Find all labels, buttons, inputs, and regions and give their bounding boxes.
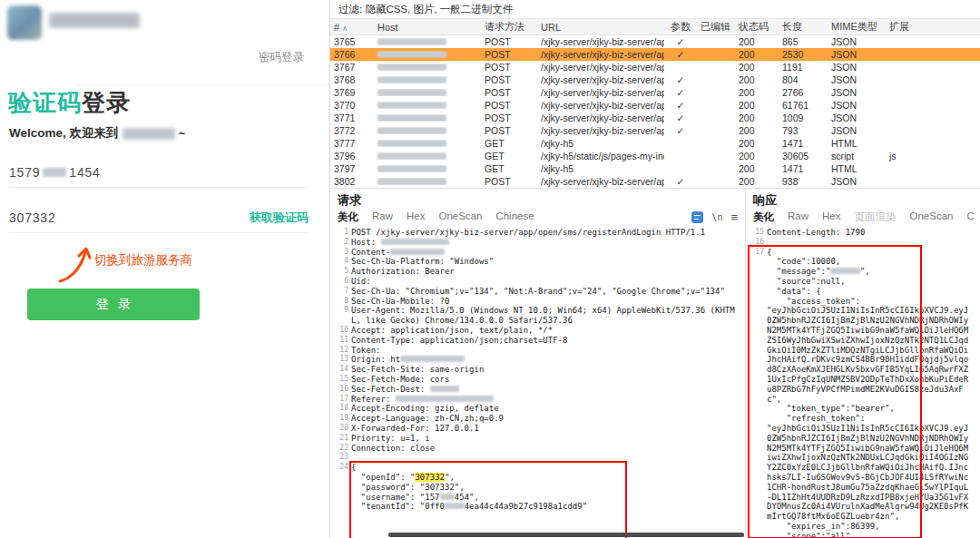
table-row[interactable]: 3768POST/xjky-server/xjky-biz-server/api… [330,73,980,86]
line-content: "refresh_token": [767,414,980,424]
cell: 793 [779,125,828,136]
line-number [330,493,351,503]
response-code-view[interactable]: 15Content-Length: 17901617{ "code":10000… [746,225,980,538]
table-row[interactable]: 3771POST/xjky-server/xjky-biz-server/api… [330,112,980,124]
line-content: DYOMnusZc0Ai4VUrulnXadMeAlqrw94Ug2KE0sPf… [767,502,980,512]
phone-input[interactable]: 1579 1454 [9,158,309,188]
code-line: 21Priority: u=1, i [330,434,745,444]
highlighted-text: 307332 [415,473,445,482]
request-title: 请求 [330,189,745,209]
switch-provider-link[interactable]: 切换到旅游服务商 [94,252,192,269]
line-content: Uid: [351,277,745,287]
column-header[interactable]: 长度 [779,20,828,34]
cell: JSON [828,125,886,136]
cell: POST [481,100,537,111]
cell: 3772 [330,125,374,136]
tab-C[interactable]: C [966,210,974,224]
cell: /xjky-server/xjky-biz-server/api/ope... [537,87,664,98]
table-row[interactable]: 3769POST/xjky-server/xjky-biz-server/api… [330,86,980,99]
annotation-arrow-icon [53,240,94,285]
code-line: 1CHR-hondRustJ8umGu75aZzdqKhaeGi5wYlPIqu… [746,483,980,493]
cell: JSON [828,49,886,60]
line-content: Authorization: Bearer [351,267,745,277]
cell: ✓ [664,49,697,60]
tab-Hex[interactable]: Hex [822,210,840,224]
line-number [746,326,767,336]
code-line: "tenantId": "0ff04ea44c44a9b27c9198a1cdd… [330,502,745,512]
line-number: 20 [330,424,351,434]
tab-Hex[interactable]: Hex [407,210,425,224]
cell: 200 [735,163,779,174]
column-header[interactable]: Host [374,22,481,33]
line-number: 23 [330,453,351,463]
cell: 200 [735,125,779,136]
cell-host [374,127,481,134]
line-number [746,434,767,444]
table-row[interactable]: 3777GET/xjky-h52001471HTML [330,137,980,150]
tab-OneScan[interactable]: OneScan [909,210,953,224]
cell: /xjky-h5 [537,163,664,174]
code-line: 23 [330,453,745,463]
table-row[interactable]: 3772POST/xjky-server/xjky-biz-server/api… [330,124,980,137]
column-header[interactable]: MIME类型 [828,20,886,34]
cell: /xjky-server/xjky-biz-server/api/ope... [537,100,664,111]
column-header[interactable]: URL [537,22,664,33]
format-icon[interactable] [691,211,703,223]
column-header[interactable]: 已编辑 [697,20,735,34]
table-row[interactable]: 3767POST/xjky-server/xjky-biz-server/app… [330,61,980,73]
tab-Raw[interactable]: Raw [372,210,393,224]
get-code-link[interactable]: 获取验证码 [250,210,309,226]
code-line: "code":10000, [746,257,980,267]
tab-Chinese[interactable]: Chinese [495,210,534,224]
line-content: "tenantId": "0ff04ea44c44a9b27c9198a1cdd… [351,502,745,512]
host-redacted [377,127,446,134]
horizontal-scrollbar[interactable] [388,533,744,537]
cell: ✓ [664,112,697,123]
column-header[interactable]: 参数 [664,20,697,34]
cell-host [374,102,481,109]
cell: ✓ [664,176,697,187]
cell: script [828,151,886,161]
table-row[interactable]: 3797GET/xjky-h52001471HTML [330,162,980,175]
line-number [746,414,767,424]
line-number: 1 [330,228,351,238]
cell: 200 [735,87,779,98]
login-button[interactable]: 登录 [27,289,200,320]
table-row[interactable]: 3802POST/xjky-server/xjky-biz-server/api… [330,175,980,188]
column-header[interactable]: #∧ [330,22,374,33]
code-line: 6Uid: [330,277,745,287]
table-row[interactable]: 3766POST/xjky-server/xjky-biz-server/app… [330,48,980,61]
request-code-view[interactable]: 1POST /xjky-server/xjky-biz-server/app/o… [330,225,745,512]
code-input[interactable]: 307332 [9,210,56,225]
table-row[interactable]: 3770POST/xjky-server/xjky-biz-server/api… [330,99,980,112]
code-line: ZSI6WyJhbGwiXSwiZXhwIjoxNzQzNTk2NTQ1LCJq… [746,336,980,346]
code-line: 16Sec-Fetch-Dest: [330,385,745,395]
column-header[interactable]: 扩展 [886,20,980,34]
tab-美化[interactable]: 美化 [338,210,358,224]
line-number: 18 [330,404,351,414]
code-line: 20X-Forwarded-For: 127.0.0.1 [330,424,745,434]
code-line: GkiOiI0MzZkZTliMDQzNTgiLCJjbGllbnRfaWQiO… [746,346,980,356]
column-header[interactable]: 状态码 [735,20,779,34]
table-row[interactable]: 3765POST/xjky-server/xjky-biz-server/app… [330,35,980,48]
code-line: "data": { [746,287,980,297]
code-line: "eyJhbGciOiJSUzI1NiIsInR5cCI6IkpXVCJ9.ey… [746,306,980,316]
wrap-toggle[interactable]: \n [711,212,722,222]
line-number: 8 [330,297,351,307]
tab-页面渲染[interactable]: 页面渲染 [854,210,896,224]
cell: ✓ [664,36,697,47]
column-header[interactable]: 请求方法 [481,20,537,34]
tab-OneScan[interactable]: OneScan [438,210,482,224]
tab-美化[interactable]: 美化 [753,210,774,224]
code-line: "password": "307332", [330,483,745,493]
line-number [746,336,767,346]
line-content: 0ZW5hbnRJZCI6IjBmZjBlNzU2NGVhNDRjNDRhOWI… [767,434,980,444]
table-row[interactable]: 3796GET/xjky-h5/static/js/pages-my-index… [330,150,980,162]
password-login-link[interactable]: 密码登录 [259,50,304,65]
cell: JSON [828,100,886,111]
tab-Raw[interactable]: Raw [788,210,808,224]
code-line: "username": "157454", [330,493,745,503]
welcome-text: Welcome, 欢迎来到 ~ [9,125,185,142]
host-redacted [377,89,446,96]
menu-icon[interactable]: ≡ [730,211,738,223]
